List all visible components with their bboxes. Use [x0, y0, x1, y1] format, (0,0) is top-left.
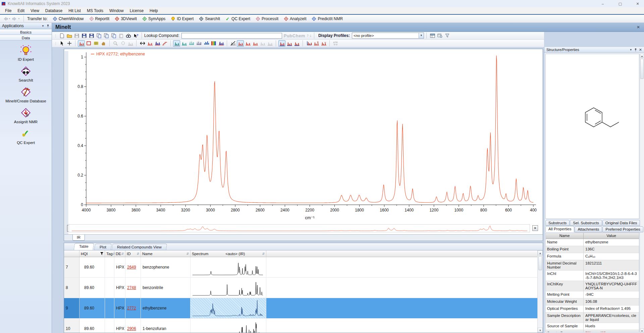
find-binoculars-icon[interactable]: [125, 33, 132, 39]
scroll-up-icon[interactable]: ▲: [640, 54, 644, 58]
transfer-hitlist-icon[interactable]: [80, 33, 88, 39]
show-peaks-icon[interactable]: [237, 40, 244, 47]
menu-help[interactable]: Help: [147, 8, 161, 14]
tab-all-properties[interactable]: All Properties: [545, 226, 574, 232]
id-link[interactable]: 2772: [127, 306, 136, 311]
table-row-benzonitrile[interactable]: 889.60HPX2748benzonitrile: [64, 278, 537, 298]
new-document-icon[interactable]: [58, 33, 65, 39]
display-contour-icon[interactable]: [210, 40, 217, 47]
scroll-down-icon[interactable]: ▼: [640, 329, 644, 333]
filter-icon[interactable]: [444, 33, 451, 39]
property-row-source-of-sample[interactable]: Source of SampleHuels: [546, 323, 639, 330]
menu-database[interactable]: Database: [42, 8, 65, 14]
property-row-melting-point[interactable]: Melting Point-94C: [546, 291, 639, 298]
pointer-tool-icon[interactable]: [58, 40, 65, 47]
copy-icon[interactable]: [95, 33, 102, 39]
multi-display-icon[interactable]: [278, 40, 285, 47]
context-help-icon[interactable]: ?: [132, 33, 139, 39]
property-value-link[interactable]: E9Iouawf8Bo: [585, 331, 608, 332]
chevron-down-icon[interactable]: ▼: [419, 33, 424, 38]
tab-original-data-files[interactable]: Original Data Files: [602, 220, 640, 226]
property-row-inchi[interactable]: InChIInChI=1S/C8H10/c1-2-8-6-4-3-5-7-8/h…: [546, 271, 639, 281]
lookup-compound-input[interactable]: [181, 33, 282, 39]
copy-with-options-icon[interactable]: [103, 33, 110, 39]
spectrum-overview-strip[interactable]: [69, 224, 530, 232]
close-icon[interactable]: ✕: [634, 2, 641, 6]
display-grid1-icon[interactable]: [188, 40, 195, 47]
menu-hit-list[interactable]: Hit List: [65, 8, 84, 14]
prop-header-name[interactable]: Name: [546, 233, 584, 239]
peaks-small2-icon[interactable]: [252, 40, 259, 47]
table-vertical-scrollbar[interactable]: ▲ ▼: [537, 250, 543, 333]
peaks-off-icon[interactable]: [266, 40, 273, 47]
view-spectrum-icon[interactable]: [78, 40, 85, 47]
sort-icon[interactable]: ⇵: [262, 252, 265, 255]
tab-attachments[interactable]: Attachments: [575, 226, 602, 232]
display-single-icon[interactable]: [173, 40, 180, 47]
spectrum-gray-icon[interactable]: [127, 40, 134, 47]
pin-icon[interactable]: [46, 24, 50, 28]
axes-tool-icon[interactable]: [305, 40, 312, 47]
pane-grip[interactable]: [65, 51, 68, 236]
transfer-button-qc-expert[interactable]: ✓QC Expert: [223, 15, 253, 22]
save-all-icon[interactable]: [88, 33, 95, 39]
pin-icon[interactable]: [634, 48, 637, 52]
display-overlay2-icon[interactable]: [217, 40, 224, 47]
display-profile-select[interactable]: <no profile> ▼: [352, 33, 424, 39]
column-header-name[interactable]: Name⇵: [141, 250, 191, 257]
transfer-button-processit[interactable]: ProcessIt: [253, 15, 281, 22]
crosshair-tool-icon[interactable]: [66, 40, 73, 47]
pubchem-button[interactable]: PubChem: [284, 33, 305, 38]
sidebar-item-assignit-nmr[interactable]: AssignIt NMR: [0, 107, 52, 124]
document-close-icon[interactable]: ✕: [637, 25, 640, 30]
peaks-red-icon[interactable]: [146, 40, 153, 47]
transfer-button-searchit[interactable]: SearchIt: [197, 15, 222, 22]
transfer-button-reportit[interactable]: ReportIt: [87, 15, 112, 22]
tab-related-compounds-view[interactable]: Related Compounds View: [112, 244, 167, 250]
property-row-sample-description[interactable]: Sample DescriptionAPPEARANCE=colorless, …: [546, 313, 639, 323]
column-header-spectrum[interactable]: Spectrum<auto> (IR)⇵: [191, 250, 266, 257]
grid-settings-icon[interactable]: [436, 33, 443, 39]
column-header-tag[interactable]: Tag⇵: [105, 250, 114, 257]
structure-viewer[interactable]: [545, 54, 639, 219]
property-row-optical-properties[interactable]: Optical PropertiesIndex of Refraction= 1…: [546, 305, 639, 313]
tab-ir[interactable]: IR: [72, 235, 85, 241]
chevron-down-icon[interactable]: ▼: [42, 25, 44, 28]
sidebar-item-id-expert[interactable]: ID Expert: [0, 45, 52, 61]
forward-button[interactable]: ▼: [12, 17, 20, 21]
prop-header-value[interactable]: Value: [584, 233, 639, 239]
transfer-button-predictit-nmr[interactable]: PredictIt NMR: [309, 15, 345, 22]
display-stack-icon[interactable]: [180, 40, 187, 47]
scrollbar-thumb[interactable]: [538, 256, 542, 270]
table-row-benzophenone[interactable]: 789.60HPX2649benzophenone: [64, 257, 537, 278]
sidebar-section-basics[interactable]: Basics: [0, 29, 52, 35]
scroll-down-icon[interactable]: ▼: [538, 328, 543, 333]
tab-sel-substructs[interactable]: Sel. Substructs: [570, 220, 602, 226]
peak-subtract-icon[interactable]: −: [320, 40, 327, 47]
sidebar-section-data[interactable]: Data: [0, 35, 52, 41]
overview-range-handle[interactable]: [67, 225, 68, 232]
property-row-inchikey[interactable]: InChIKeyYNQLUTRBYVCPMQ-UHFFFAOYSA-N: [546, 281, 639, 291]
minimize-icon[interactable]: –: [599, 2, 606, 6]
structure-view-icon[interactable]: [119, 40, 126, 47]
table-row-1-benzofuran[interactable]: 1089.60HPX29061-benzofuran: [64, 319, 537, 333]
sort-icon[interactable]: ⇵: [186, 252, 189, 255]
display-grid2-icon[interactable]: [195, 40, 202, 47]
column-header-hqi[interactable]: HQI: [79, 250, 105, 257]
property-row-hummel-decimal-number[interactable]: Hummel Decimal Number18212111: [546, 260, 639, 271]
ir-spectrum-chart[interactable]: 4000380036003400320030002800260024002200…: [69, 50, 540, 222]
sidebar-item-qc-expert[interactable]: ✓QC Expert: [0, 128, 52, 145]
paste-icon[interactable]: [117, 33, 124, 39]
property-row-spectrabase-compound-id[interactable]: SpectraBase Compound IDE9Iouawf8Bo: [546, 330, 639, 332]
property-row-formula[interactable]: FormulaC₈H₁₀: [546, 253, 639, 260]
column-header-rownum[interactable]: [64, 250, 79, 257]
menu-license[interactable]: License: [127, 8, 147, 14]
transfer-button-symapps[interactable]: SymApps: [140, 15, 168, 22]
filter-funnel-icon[interactable]: [100, 252, 103, 255]
pan-hand-icon[interactable]: [100, 40, 107, 47]
table-row-ethylbenzene[interactable]: 989.60HPX2772ethylbenzene: [64, 298, 537, 319]
zoom-out-icon[interactable]: [112, 40, 119, 47]
multi-display2-icon[interactable]: [286, 40, 293, 47]
overlay-mode-icon[interactable]: [154, 40, 161, 47]
column-header-id[interactable]: ID⇵: [125, 250, 141, 257]
